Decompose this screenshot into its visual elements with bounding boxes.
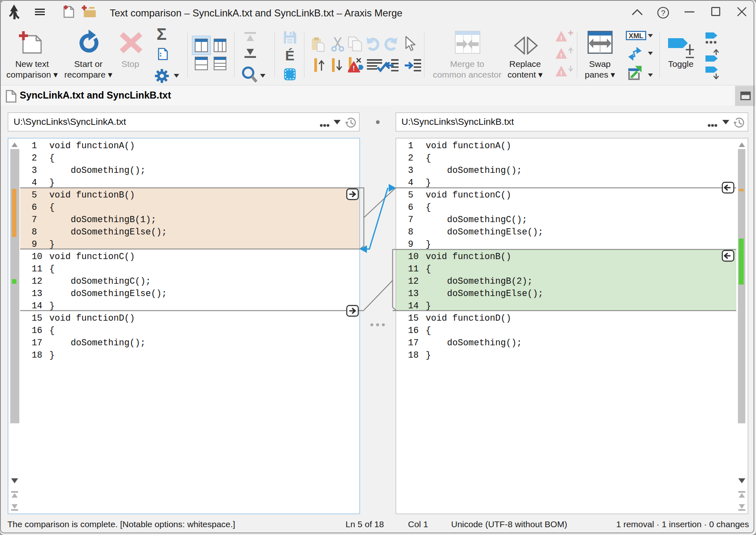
- svg-text:?: ?: [661, 9, 666, 17]
- svg-text:!: !: [560, 52, 562, 59]
- svg-text:XML: XML: [629, 32, 643, 40]
- svg-text:!: !: [560, 34, 562, 41]
- svg-text:!: !: [560, 69, 562, 76]
- svg-text:!: !: [353, 65, 355, 72]
